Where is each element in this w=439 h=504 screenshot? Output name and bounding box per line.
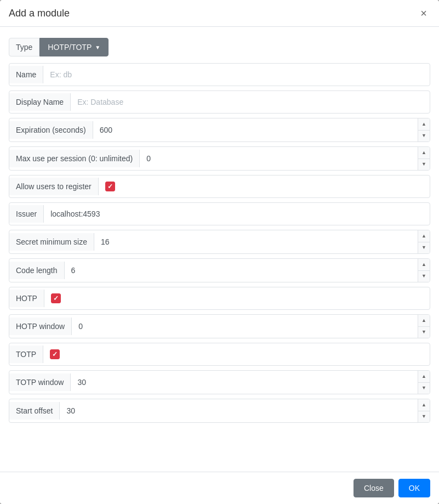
hotp-row: HOTP [9,287,430,310]
hotp-checkbox-wrap[interactable] [44,289,67,308]
expiration-row: Expiration (seconds) ▲ ▼ [9,118,430,142]
totp-window-spinner: ▲ ▼ [418,371,430,394]
display-name-label: Display Name [9,93,71,111]
code-length-input[interactable] [65,262,418,279]
hotp-window-label: HOTP window [9,318,72,335]
max-use-spinner: ▲ ▼ [418,147,430,170]
issuer-row: Issuer [9,202,430,225]
totp-checkbox-wrap[interactable] [43,345,66,364]
type-row: Type HOTP/TOTP ▼ [9,36,430,59]
code-length-up-button[interactable]: ▲ [418,259,430,271]
hotp-checkbox[interactable] [51,293,61,303]
issuer-label: Issuer [9,205,44,223]
totp-window-up-button[interactable]: ▲ [418,371,430,383]
name-input[interactable] [43,66,430,83]
start-offset-spinner: ▲ ▼ [418,399,430,422]
max-use-down-button[interactable]: ▼ [418,159,430,171]
totp-window-row: TOTP window ▲ ▼ [9,370,430,394]
totp-window-label: TOTP window [9,373,71,391]
hotp-window-down-button[interactable]: ▼ [418,327,430,338]
modal-header: Add a module × [0,0,439,27]
secret-min-input[interactable] [94,233,418,251]
display-name-row: Display Name [9,90,430,114]
secret-min-up-button[interactable]: ▲ [418,230,430,242]
hotp-window-spinner: ▲ ▼ [418,315,430,338]
allow-register-label: Allow users to register [9,178,99,195]
totp-label: TOTP [9,346,43,363]
close-x-button[interactable]: × [417,7,430,20]
totp-window-down-button[interactable]: ▼ [418,383,430,394]
display-name-input[interactable] [71,93,430,111]
modal-title: Add a module [9,8,70,19]
code-length-spinner: ▲ ▼ [418,259,430,282]
secret-min-label: Secret minimum size [9,233,94,251]
chevron-down-icon: ▼ [95,44,100,50]
expiration-label: Expiration (seconds) [9,121,93,139]
secret-min-spinner: ▲ ▼ [418,230,430,253]
issuer-input[interactable] [44,205,430,223]
hotp-window-row: HOTP window ▲ ▼ [9,314,430,338]
code-length-label: Code length [9,262,65,279]
totp-row: TOTP [9,343,430,366]
max-use-input[interactable] [140,150,418,167]
code-length-row: Code length ▲ ▼ [9,258,430,282]
secret-min-row: Secret minimum size ▲ ▼ [9,230,430,254]
modal-body: Type HOTP/TOTP ▼ Name Display Name Ex [0,27,439,472]
name-label: Name [9,66,43,83]
type-btn-group: Type HOTP/TOTP ▼ [9,38,109,56]
start-offset-up-button[interactable]: ▲ [418,399,430,411]
ok-button[interactable]: OK [398,479,430,497]
max-use-row: Max use per session (0: unlimited) ▲ ▼ [9,146,430,171]
allow-register-checkbox-wrap[interactable] [99,177,122,196]
start-offset-input[interactable] [60,402,418,420]
name-row: Name [9,63,430,86]
expiration-up-button[interactable]: ▲ [418,118,430,131]
expiration-down-button[interactable]: ▼ [418,131,430,142]
code-length-down-button[interactable]: ▼ [418,271,430,282]
max-use-up-button[interactable]: ▲ [418,147,430,159]
expiration-input[interactable] [93,121,418,139]
allow-register-checkbox[interactable] [105,182,115,191]
modal-footer: Close OK [0,472,439,504]
type-dropdown-button[interactable]: HOTP/TOTP ▼ [39,38,109,56]
type-label: Type [9,38,39,56]
type-value: HOTP/TOTP [48,43,92,52]
expiration-spinner: ▲ ▼ [418,118,430,141]
start-offset-row: Start offset ▲ ▼ [9,399,430,423]
totp-window-input[interactable] [71,373,418,391]
hotp-label: HOTP [9,290,44,307]
allow-register-row: Allow users to register [9,175,430,198]
max-use-label: Max use per session (0: unlimited) [9,150,140,167]
modal-dialog: Add a module × Type HOTP/TOTP ▼ Name [0,0,439,504]
start-offset-down-button[interactable]: ▼ [418,411,430,423]
totp-checkbox[interactable] [50,349,60,359]
hotp-window-input[interactable] [72,318,418,335]
start-offset-label: Start offset [9,402,60,420]
close-button[interactable]: Close [354,479,394,497]
modal-overlay: Add a module × Type HOTP/TOTP ▼ Name [0,0,439,504]
hotp-window-up-button[interactable]: ▲ [418,315,430,327]
secret-min-down-button[interactable]: ▼ [418,242,430,254]
